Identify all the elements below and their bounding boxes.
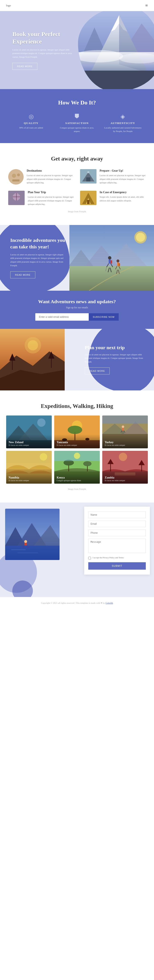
svg-point-32: [108, 256, 111, 259]
hero-image: [78, 11, 154, 89]
privacy-checkbox[interactable]: [88, 557, 91, 559]
card-na-sub: Et lacus est enim semper: [9, 479, 49, 482]
newsletter-subscribe-button[interactable]: SUBSCRIBE NOW: [89, 313, 119, 321]
quality-icon: ◎: [11, 113, 51, 120]
footer-text: Copyright © 2021 all rights reserved | T…: [6, 601, 148, 605]
svg-point-66: [68, 426, 83, 434]
message-input[interactable]: [88, 539, 146, 553]
svg-rect-17: [86, 177, 90, 181]
card-na-overlay: Namibia Et lacus est enim semper: [6, 470, 52, 484]
card-tz-name: Tanzania: [57, 441, 97, 444]
menu-icon[interactable]: ≡: [145, 3, 148, 8]
message-field-wrapper: [88, 539, 146, 554]
footer-copyright: Copyright © 2021 all rights reserved | T…: [41, 602, 105, 604]
card-za-name: Zambia: [105, 476, 145, 479]
getaway-item-plan: Plan Your Trip Luctus sit amet est place…: [8, 191, 74, 206]
svg-rect-31: [70, 266, 154, 291]
plan-cta-button[interactable]: READ MORE: [85, 368, 110, 374]
card-tz-sub: Et lacus est enim semper: [57, 444, 97, 446]
adventures-cta-button[interactable]: READ MORE: [10, 271, 35, 278]
phone-input[interactable]: [88, 530, 146, 536]
plan-title: Plan Your Trip: [28, 191, 74, 194]
adventures-image: [70, 225, 154, 291]
plan-section: Plan your next trip Loctus sit amet est …: [0, 329, 154, 390]
card-nz-name: New Zeland: [9, 441, 49, 444]
getaway-title: Get away, right away: [8, 155, 146, 162]
emergency-title: In Case of Emergency: [100, 191, 146, 194]
svg-point-40: [116, 259, 119, 262]
svg-point-90: [83, 461, 91, 466]
card-turkey[interactable]: Turkey Et lacus est enim semper: [102, 415, 148, 448]
how-item-authenticity: ◈ AUTHENTICITY Locally authored and cura…: [100, 113, 146, 133]
email-input[interactable]: [88, 520, 146, 527]
svg-rect-109: [24, 543, 27, 546]
phone-field-wrapper: [88, 530, 146, 536]
hero-section: Book your Perfect Experience Luctus sit …: [0, 11, 154, 89]
navigation: logo ≡: [0, 0, 154, 11]
hero-cta-button[interactable]: READ MORE: [12, 63, 37, 70]
card-new-zeland[interactable]: New Zeland Et lacus est enim semper: [6, 415, 52, 448]
svg-rect-33: [109, 259, 111, 264]
expeditions-grid: New Zeland Et lacus est enim semper: [6, 415, 148, 484]
name-input[interactable]: [88, 512, 146, 518]
how-item-quality: ◎ QUALITY 99% of all tours are added: [8, 113, 54, 133]
plan-content: Plan your next trip Loctus sit amet est …: [0, 335, 154, 385]
newsletter-subtitle: Sign up for our emails: [8, 306, 146, 309]
how-item-satisfaction: ⛊ SATISFACTION Congue quisque egestas di…: [54, 113, 100, 133]
prepare-text: Prepare - Gear Up! Luctus sit amet est p…: [100, 169, 146, 185]
authenticity-title: AUTHENTICITY: [103, 121, 143, 125]
newsletter-form: SUBSCRIBE NOW: [8, 313, 146, 321]
svg-rect-75: [122, 428, 124, 431]
expeditions-section: Expeditions, Walking, Hiking New Zeland …: [0, 390, 154, 503]
destinations-text: Destinations Luctus sit amet est placera…: [27, 169, 74, 185]
submit-button[interactable]: SUBMIT: [88, 562, 146, 570]
card-nz-sub: Et lacus est enim semper: [9, 444, 49, 446]
card-na-name: Namibia: [9, 476, 49, 479]
svg-rect-46: [119, 263, 120, 266]
adventures-desc: Luctus sit amet est placerat in egestas.…: [10, 253, 66, 267]
plan-desc: Loctus sit amet est placerat in egestas.…: [85, 353, 144, 364]
card-tanzania[interactable]: Tanzania Et lacus est enim semper: [54, 415, 100, 448]
prepare-thumb: [80, 169, 97, 183]
how-title: How We Do It?: [8, 99, 146, 106]
contact-section: I accept the Privacy Policy and Terms SU…: [0, 503, 154, 597]
satisfaction-title: SATISFACTION: [57, 121, 97, 125]
name-field-wrapper: [88, 512, 146, 518]
emergency-text: In Case of Emergency Soiget elit. Lorem …: [100, 191, 146, 202]
svg-point-62: [37, 418, 45, 426]
hero-title: Book your Perfect Experience: [12, 30, 74, 45]
svg-point-48: [136, 233, 145, 242]
contact-form: I accept the Privacy Policy and Terms SU…: [84, 507, 150, 574]
card-zambia[interactable]: Zambia Et lacus est enim semper: [102, 451, 148, 484]
getaway-grid: Destinations Luctus sit amet est placera…: [8, 169, 146, 206]
card-kenya[interactable]: Kenya Congue quisque egestas diam: [54, 451, 100, 484]
hero-description: Luctus sit amet est placerat in egestas.…: [12, 48, 74, 59]
prepare-title: Prepare - Gear Up!: [100, 169, 146, 172]
card-tr-sub: Et lacus est enim semper: [105, 444, 145, 446]
plan-desc: Luctus sit amet est placerat in egestas.…: [28, 195, 74, 206]
card-za-sub: Et lacus est enim semper: [105, 479, 145, 482]
privacy-checkbox-wrapper: I accept the Privacy Policy and Terms: [88, 556, 146, 559]
quality-title: QUALITY: [11, 121, 51, 125]
how-section: How We Do It? ◎ QUALITY 99% of all tours…: [0, 89, 154, 143]
authenticity-desc: Locally authored and curated Adventures …: [103, 126, 143, 133]
card-nz-overlay: New Zeland Et lacus est enim semper: [6, 434, 52, 448]
svg-point-100: [119, 453, 127, 461]
card-namibia[interactable]: Namibia Et lacus est enim semper: [6, 451, 52, 484]
contact-image: [5, 509, 60, 560]
svg-rect-10: [78, 71, 154, 89]
svg-rect-38: [111, 260, 112, 264]
hero-content: Book your Perfect Experience Luctus sit …: [12, 30, 74, 70]
newsletter-title: Want Adventures news and updates?: [8, 299, 146, 304]
svg-point-11: [8, 169, 24, 185]
privacy-label: I accept the Privacy Policy and Terms: [93, 556, 124, 559]
expeditions-image-credit: Image from Freepik: [6, 488, 148, 490]
svg-rect-14: [12, 180, 19, 181]
expeditions-title: Expeditions, Walking, Hiking: [6, 403, 148, 409]
newsletter-email-input[interactable]: [35, 313, 89, 321]
getaway-item-destinations: Destinations Luctus sit amet est placera…: [8, 169, 74, 185]
adventures-section: Incredible adventures you can take this …: [0, 225, 154, 291]
how-grid: ◎ QUALITY 99% of all tours are added ⛊ S…: [8, 113, 146, 133]
svg-rect-26: [87, 200, 89, 204]
footer-link[interactable]: Colorlib: [106, 602, 113, 604]
